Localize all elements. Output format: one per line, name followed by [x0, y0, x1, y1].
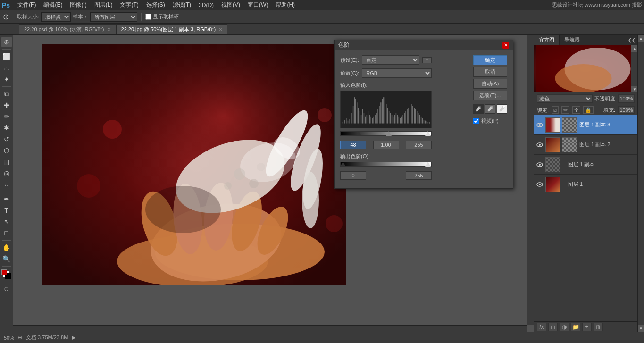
tool-eyedropper[interactable]: ⊕ [1, 37, 12, 47]
arrow-button[interactable]: ▶ [72, 335, 75, 341]
menu-3d[interactable]: 3D(D) [195, 1, 217, 9]
opacity-input[interactable]: 100% [618, 94, 635, 103]
gray-eyedropper-button[interactable] [485, 104, 495, 114]
tab-psd-close[interactable]: ✕ [107, 27, 111, 32]
tool-shape[interactable]: □ [1, 228, 12, 238]
input-slider-white[interactable] [425, 131, 431, 136]
tab-jpg[interactable]: 22.20.jpg @ 50%(图层 1 副本 3, RGB/8*) ✕ [116, 24, 228, 34]
tool-brush[interactable]: ✏ [1, 111, 12, 122]
menu-text[interactable]: 文字(T) [116, 0, 142, 10]
tool-spot-heal[interactable]: ✚ [1, 100, 12, 110]
output-slider-black[interactable] [340, 162, 346, 167]
menu-view[interactable]: 视图(V) [217, 0, 244, 10]
input-slider-mid[interactable] [386, 131, 392, 136]
layer-eye-copy1[interactable] [536, 161, 544, 168]
show-sampling-ring-check[interactable]: 显示取样环 [145, 13, 179, 20]
menu-file[interactable]: 文件(F) [14, 0, 40, 10]
input-white-field[interactable]: 255 [406, 141, 432, 149]
blend-mode-dropdown[interactable]: 滤色 [537, 94, 593, 103]
layer-fx-button[interactable]: fx [537, 323, 546, 331]
levels-close-button[interactable]: ✕ [502, 42, 509, 49]
menu-image[interactable]: 图像(I) [66, 0, 90, 10]
create-layer-button[interactable]: + [582, 323, 592, 331]
layer-eye-copy3[interactable] [536, 121, 544, 129]
output-white-field[interactable]: 255 [406, 171, 432, 180]
output-slider-container[interactable] [340, 162, 432, 169]
layer-item-1[interactable]: 图层 1 [534, 175, 637, 194]
preset-dropdown[interactable]: 自定 [362, 55, 419, 65]
input-mid-field[interactable]: 1.00 [373, 141, 399, 149]
tab-jpg-close[interactable]: ✕ [218, 27, 222, 32]
black-eyedropper-button[interactable] [473, 104, 484, 114]
tool-marquee[interactable]: ⬜ [1, 51, 12, 62]
collapse-panel-button[interactable]: ❮❮ [628, 37, 636, 42]
preview-scroll-up[interactable]: ▲ [631, 45, 637, 52]
levels-auto-button[interactable]: 自动(A) [473, 79, 507, 89]
foreground-bg-color[interactable] [1, 269, 12, 280]
fill-input[interactable]: 100% [618, 106, 635, 114]
sample-size-dropdown[interactable]: 取样点 [41, 12, 71, 22]
white-eyedropper-button[interactable] [497, 104, 507, 114]
preset-options-button[interactable]: ≡ [422, 57, 432, 63]
add-mask-button[interactable]: ◻ [548, 323, 558, 331]
lock-transparent-button[interactable]: ⧄ [552, 106, 559, 114]
tool-pen[interactable]: ✒ [1, 194, 12, 204]
preview-scroll-down[interactable]: ▼ [631, 86, 637, 92]
menu-help[interactable]: 帮助(H) [272, 0, 299, 10]
input-black-field[interactable]: 48 [340, 141, 366, 149]
zoom-icon[interactable]: ⊕ [18, 335, 22, 341]
panel-tab-navigator[interactable]: 导航器 [560, 35, 585, 45]
output-slider-track[interactable] [340, 162, 432, 167]
canvas-area[interactable]: 色阶 ✕ 预设(E): 自定 ≡ [13, 35, 534, 332]
menu-filter[interactable]: 滤镜(T) [169, 0, 195, 10]
right-panel-scrollbar[interactable]: ▲ ▼ [637, 35, 644, 332]
tool-history-brush[interactable]: ↺ [1, 134, 12, 144]
tool-eraser[interactable]: ⬡ [1, 145, 12, 156]
show-sampling-checkbox[interactable] [145, 14, 151, 20]
preview-checkbox-row[interactable]: 视频(P) [473, 117, 507, 125]
panel-tab-histogram[interactable]: 宜方图 [534, 35, 560, 45]
canvas-h-scrollbar[interactable] [13, 325, 527, 332]
menu-window[interactable]: 窗口(W) [244, 0, 272, 10]
levels-ok-button[interactable]: 确定 [473, 55, 507, 65]
sample-dropdown[interactable]: 所有图层 [90, 12, 137, 22]
tab-psd[interactable]: 22.20.psd @ 100% (水滴, RGB/8*) ✕ [19, 24, 116, 34]
levels-dialog-title[interactable]: 色阶 ✕ [335, 40, 513, 50]
tool-clone[interactable]: ✱ [1, 123, 12, 133]
menu-edit[interactable]: 编辑(E) [40, 0, 66, 10]
channel-dropdown[interactable]: RGB [362, 68, 432, 78]
output-black-field[interactable]: 0 [340, 171, 366, 180]
output-slider-white[interactable] [425, 162, 431, 167]
layer-eye-copy2[interactable] [536, 141, 544, 149]
canvas-v-scrollbar[interactable] [527, 35, 534, 325]
input-slider-container[interactable] [340, 131, 432, 139]
input-slider-black[interactable] [356, 131, 361, 136]
tool-hand[interactable]: ✋ [1, 243, 12, 253]
tool-text[interactable]: T [1, 205, 12, 216]
tool-gradient[interactable]: ▦ [1, 157, 12, 167]
layer-item-copy2[interactable]: 图层 1 副本 2 [534, 135, 637, 155]
right-scroll-down[interactable]: ▼ [638, 325, 644, 332]
delete-layer-button[interactable]: 🗑 [594, 323, 603, 331]
layer-eye-1[interactable] [536, 181, 544, 188]
layer-item-copy1[interactable]: 图层 1 副本 [534, 155, 637, 175]
tool-magic-wand[interactable]: ✦ [1, 74, 12, 84]
lock-all-button[interactable]: 🔒 [583, 106, 594, 114]
tool-dodge[interactable]: ○ [1, 179, 12, 190]
lock-position-button[interactable]: ✛ [572, 106, 580, 114]
levels-cancel-button[interactable]: 取消 [473, 67, 507, 77]
lock-image-button[interactable]: ✏ [561, 106, 569, 114]
group-layer-button[interactable]: 📁 [571, 323, 580, 331]
quick-mask-mode[interactable]: ⬡ [1, 284, 12, 294]
tool-path-select[interactable]: ↖ [1, 217, 12, 227]
tool-blur[interactable]: ◎ [1, 168, 12, 178]
layer-item-copy3[interactable]: 图层 1 副本 3 [534, 115, 637, 135]
adjustment-layer-button[interactable]: ◑ [560, 323, 569, 331]
right-scroll-up[interactable]: ▲ [638, 35, 644, 42]
tool-crop[interactable]: ⧉ [1, 89, 12, 99]
menu-layer[interactable]: 图层(L) [91, 0, 117, 10]
preview-checkbox[interactable] [473, 118, 479, 124]
menu-select[interactable]: 选择(S) [142, 0, 169, 10]
tool-zoom[interactable]: 🔍 [1, 254, 12, 264]
preview-scrollbar[interactable]: ▲ ▼ [631, 45, 637, 92]
